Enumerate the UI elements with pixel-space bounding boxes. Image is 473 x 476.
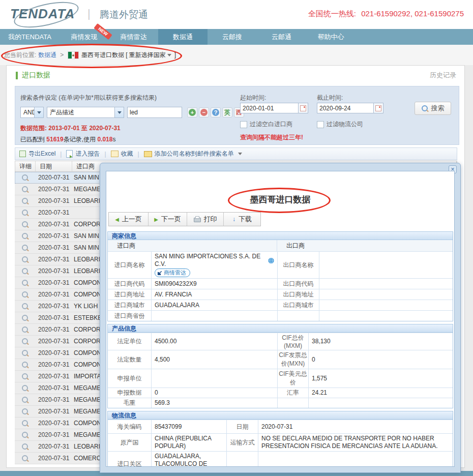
field-label: 进口商城市: [108, 300, 152, 310]
bool-operator-select[interactable]: AND: [20, 107, 44, 118]
nav-tab-cloud-mail[interactable]: 云邮通: [257, 29, 306, 45]
nav-tab-my-tendata[interactable]: 我的TENDATA: [0, 29, 60, 45]
view-detail-icon[interactable]: [22, 233, 28, 239]
view-detail-icon[interactable]: [22, 397, 28, 403]
view-detail-icon[interactable]: [22, 186, 28, 192]
history-link[interactable]: 历史记录: [430, 71, 456, 80]
field-value: [152, 369, 277, 388]
field-value: [319, 300, 453, 310]
lang-english-button[interactable]: 英: [222, 107, 232, 117]
field-label: 进口商代码: [108, 279, 152, 289]
add-condition-button[interactable]: +: [187, 107, 197, 117]
table-row: 法定数量 4,500 CIF发票总 价(MXN) 0: [108, 350, 453, 369]
top-header: TENDATA | 腾道外贸通 全国统一热线: 021-61590292, 02…: [0, 0, 473, 29]
view-detail-icon[interactable]: [22, 373, 28, 379]
main-nav: 我的TENDATA 商情发现 商情雷达 数据通 云邮搜 云邮通 帮助中心: [0, 29, 473, 45]
view-detail-icon[interactable]: [22, 315, 28, 321]
search-icon: [422, 105, 428, 111]
view-detail-icon[interactable]: [22, 280, 28, 286]
remove-condition-button[interactable]: −: [199, 107, 209, 117]
table-row: 申报单位 CIF美元总 价 1,575: [108, 369, 453, 388]
row-date: 2020-07-31: [35, 314, 72, 321]
view-detail-icon[interactable]: [22, 303, 28, 309]
export-excel-button[interactable]: 导出Excel: [19, 150, 55, 158]
nav-tab-help-center[interactable]: 帮助中心: [306, 29, 356, 45]
view-detail-icon[interactable]: [22, 326, 28, 333]
row-date: 2020-07-31: [35, 420, 72, 427]
row-date: 2020-07-31: [35, 361, 72, 368]
view-detail-icon[interactable]: [22, 432, 28, 438]
enter-report-button[interactable]: 进入报告: [66, 150, 100, 158]
field-value: [258, 452, 453, 467]
add-to-mail-list-button[interactable]: 添加公司名称到邮件搜索名单: [144, 150, 244, 158]
prev-page-button[interactable]: ◀ 上一页: [109, 213, 149, 226]
favorite-button[interactable]: 收藏: [111, 150, 133, 158]
view-detail-icon[interactable]: [22, 455, 28, 461]
data-range-text: 数据范围: 2013-07-01 至 2020-07-31: [20, 124, 121, 133]
start-date-field[interactable]: 2020-01-01: [240, 103, 308, 113]
next-page-button[interactable]: ▶ 下一页: [149, 213, 187, 226]
table-row: 毛重 569.3: [108, 398, 453, 408]
calendar-button[interactable]: [373, 103, 383, 113]
view-detail-icon[interactable]: [22, 256, 28, 262]
nav-tab-data-link[interactable]: 数据通: [158, 29, 208, 45]
view-detail-icon[interactable]: [22, 385, 28, 391]
view-detail-icon[interactable]: [22, 174, 28, 181]
modal-sections: 商家信息 进口商 出口商 进口商名称 SAN MING IMPORTACIONE…: [107, 231, 453, 467]
chevron-down-icon[interactable]: [167, 54, 171, 56]
select-trigger-icon[interactable]: [34, 107, 43, 117]
view-detail-icon[interactable]: [22, 408, 28, 414]
field-label: 进口商地址: [108, 289, 152, 300]
view-detail-icon[interactable]: [22, 350, 28, 356]
view-detail-icon[interactable]: [22, 420, 28, 426]
nav-tab-business-radar[interactable]: 商情雷达: [109, 29, 158, 45]
field-label: 进口商省份: [108, 311, 152, 321]
merchant-header-row: 进口商 出口商: [108, 240, 453, 251]
checkbox-icon[interactable]: [240, 121, 247, 128]
row-date: 2020-07-31: [35, 186, 72, 193]
reselect-country-link[interactable]: 重新选择国家: [129, 51, 166, 60]
importer-name: SAN MING IMPORTACIONES S.A. DE C.V.: [155, 253, 265, 268]
view-detail-icon[interactable]: [22, 221, 28, 227]
nav-tab-cloud-mail-search[interactable]: 云邮搜: [208, 29, 257, 45]
breadcrumb-link-datalink[interactable]: 数据通: [38, 51, 56, 60]
view-detail-icon[interactable]: [22, 210, 28, 216]
field-value: [319, 279, 453, 289]
view-detail-icon[interactable]: [22, 362, 28, 368]
match-time: 0.018: [97, 136, 112, 143]
field-value: 569.3: [152, 398, 277, 408]
app-window: TENDATA | 腾道外贸通 全国统一热线: 021-61590292, 02…: [0, 0, 473, 476]
logistics-table: 海关编码 85437099 日期 2020-07-31 原产国 CHINA (R…: [107, 420, 453, 467]
view-detail-icon[interactable]: [22, 268, 28, 274]
plus-icon: +: [189, 109, 196, 116]
globe-icon[interactable]: [268, 257, 274, 264]
importer-name-cell: SAN MING IMPORTACIONES S.A. DE C.V. 商情雷达: [152, 252, 277, 278]
end-date-field[interactable]: 2020-09-24: [317, 103, 383, 113]
table-row: 海关编码 85437099 日期 2020-07-31: [108, 420, 453, 433]
report-icon: [66, 150, 73, 158]
view-detail-icon[interactable]: [22, 443, 28, 450]
select-trigger-icon[interactable]: [114, 107, 124, 117]
view-detail-icon[interactable]: [22, 245, 28, 251]
field-label: [226, 452, 258, 467]
business-radar-badge[interactable]: 商情雷达: [155, 269, 190, 277]
query-warning-text: 查询间隔不能超过三年!: [240, 133, 303, 142]
filter-logistics-checkbox[interactable]: 过滤物流公司: [317, 120, 363, 129]
table-row: 法定单位 4500.00 CIF总价 (MXM) 38,130: [108, 333, 453, 350]
print-button[interactable]: 打印: [187, 213, 224, 226]
keyword-input[interactable]: [127, 107, 182, 118]
field-label: 出口商名称: [277, 252, 319, 278]
app-title: 腾道外贸通: [100, 8, 148, 21]
download-button[interactable]: ↓ 下载: [224, 213, 260, 226]
view-detail-icon[interactable]: [22, 338, 28, 344]
help-button[interactable]: ?: [211, 107, 221, 117]
view-detail-icon[interactable]: [22, 291, 28, 298]
calendar-button[interactable]: [298, 103, 308, 113]
search-field-select[interactable]: 产品描述: [47, 107, 124, 118]
checkbox-icon[interactable]: [317, 121, 324, 128]
field-label: 出口商地址: [277, 289, 319, 300]
filter-blank-importer-checkbox[interactable]: 过滤空白进口商: [240, 120, 292, 129]
search-button[interactable]: 搜索: [415, 102, 451, 115]
table-row: 进口关区 GUADALAJARA, TLACOMULCO DE ZUÑIGA, …: [108, 451, 453, 467]
view-detail-icon[interactable]: [22, 198, 28, 204]
